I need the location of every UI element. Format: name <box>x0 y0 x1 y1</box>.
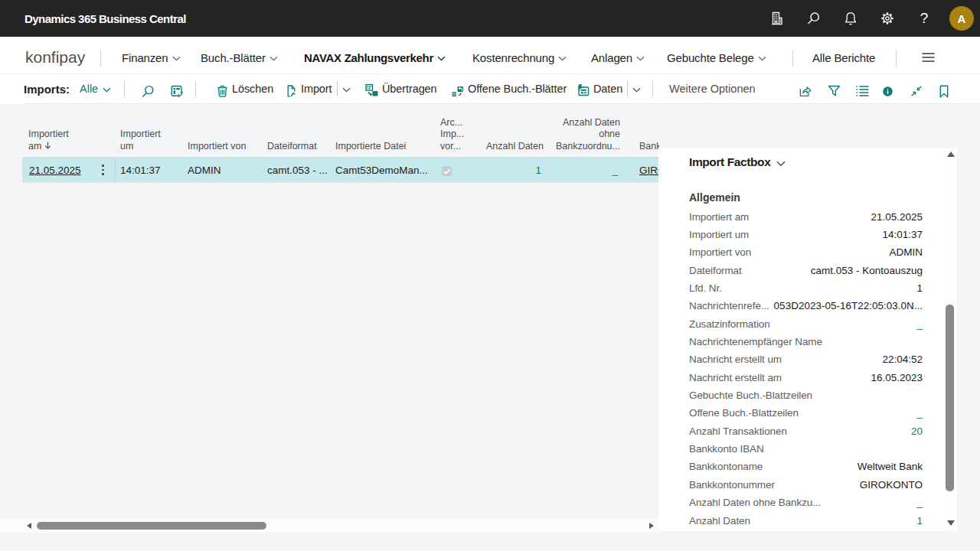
nav-item-gebuchte-belege[interactable]: Gebuchte Belege <box>667 43 766 72</box>
info-icon <box>883 86 893 96</box>
chevron-down-icon[interactable] <box>342 87 351 93</box>
menu-button[interactable] <box>922 43 935 72</box>
search-button[interactable] <box>795 0 832 37</box>
chevron-down-icon <box>172 56 181 61</box>
nav-item-kostenrechnung[interactable]: Kostenrechnung <box>472 43 567 72</box>
nav-divider <box>100 51 101 67</box>
open-journals-icon <box>451 84 465 98</box>
import-button[interactable]: Import <box>285 74 354 103</box>
horizontal-scrollbar-thumb[interactable] <box>37 522 266 530</box>
column-header-bankkonto[interactable]: Bankkonto <box>639 141 659 153</box>
cell-anzahl-daten-ohne[interactable]: _ <box>612 158 618 182</box>
open-journals-button[interactable]: Offene Buch.-Blätter <box>451 74 567 103</box>
column-header-anzahl-daten-ohne[interactable]: Anzahl Daten ohne Bankzuordnu... <box>556 117 620 153</box>
filter-icon <box>828 85 841 97</box>
bankkonto-link[interactable]: GIROKONTO <box>639 165 660 176</box>
factbox-field: Anzahl Transaktionen 20 <box>689 422 923 440</box>
scroll-up-arrow[interactable] <box>947 152 955 157</box>
cell-anzahl-daten[interactable]: 1 <box>535 158 541 182</box>
transfer-icon <box>365 84 379 98</box>
column-header-line-2: am <box>28 141 69 153</box>
analyze-button[interactable] <box>170 74 184 103</box>
delete-icon <box>216 84 229 97</box>
column-header-anzahl-daten[interactable]: Anzahl Daten <box>486 141 544 153</box>
action-bar: Imports: Alle <box>0 74 980 104</box>
cell-importiert-am: 21.05.2025 <box>29 158 81 182</box>
chevron-down-icon <box>270 56 278 61</box>
factbox-field: Bankkontoname Weltweit Bank <box>689 458 923 475</box>
button-splitter <box>627 81 628 96</box>
data-button[interactable]: Daten <box>577 74 644 103</box>
more-options-button[interactable]: Weitere Optionen <box>669 74 756 103</box>
nav-divider <box>896 51 897 67</box>
settings-button[interactable] <box>869 0 906 37</box>
factbox-section-allgemein[interactable]: Allgemein <box>689 191 740 204</box>
factbox-field: Importiert um 14:01:37 <box>689 226 923 243</box>
search-list-button[interactable] <box>142 74 155 103</box>
nav-item-finanzen[interactable]: Finanzen <box>122 43 181 72</box>
factbox-field: Offene Buch.-Blattzeilen _ <box>689 404 923 422</box>
column-header-importiert-von[interactable]: Importiert von <box>188 141 246 153</box>
row-menu[interactable] <box>102 158 104 182</box>
factbox-title-dropdown[interactable]: Import Factbox <box>689 155 786 169</box>
toolbar-divider <box>195 81 196 97</box>
cell-dateiformat: camt.053 - ... <box>267 158 328 182</box>
column-header-archiv[interactable]: Arc... Imp... vor... <box>440 117 464 153</box>
avatar: A <box>949 6 974 31</box>
list-view-button[interactable] <box>856 74 869 103</box>
check-icon <box>443 168 451 174</box>
column-header-importiert-um[interactable]: Importiert um <box>120 129 161 152</box>
filter-button[interactable] <box>828 74 841 103</box>
scroll-down-arrow[interactable] <box>947 520 955 526</box>
factbox-field: Anzahl Daten ohne Bankzu... _ <box>689 494 923 511</box>
filter-alle-dropdown[interactable]: Alle <box>80 74 111 103</box>
factbox-field: Dateiformat camt.053 - Kontoauszug <box>689 262 923 279</box>
delete-button[interactable]: Löschen <box>216 74 273 103</box>
cell-importiert-um: 14:01:37 <box>120 158 161 182</box>
help-button[interactable]: ? <box>906 0 942 37</box>
column-header-line: am <box>28 141 41 152</box>
notifications-button[interactable] <box>832 0 869 37</box>
nav-item-navax-zahlungsverkehr[interactable]: NAVAX Zahlungsverkehr <box>304 43 446 72</box>
bookmark-button[interactable] <box>939 74 949 103</box>
app-title: Dynamics 365 Business Central <box>24 0 186 37</box>
nav-item-alle-berichte[interactable]: Alle Berichte <box>812 43 875 72</box>
bankkonto-clip: GIROKONTO <box>639 165 660 176</box>
chevron-down-icon <box>636 56 645 61</box>
column-header-dateiformat[interactable]: Dateiformat <box>267 141 317 153</box>
factbox-fields: Importiert am 21.05.2025 Importiert um 1… <box>689 208 923 530</box>
account-button[interactable]: A <box>949 6 974 31</box>
column-header-importiert-am[interactable]: Importiert am <box>28 129 69 152</box>
freeze-pane-divider <box>115 158 116 182</box>
bookmark-icon <box>939 85 949 98</box>
chevron-down-icon[interactable] <box>632 87 641 93</box>
nav-item-anlagen[interactable]: Anlagen <box>591 43 645 72</box>
factbox-field: Zusatzinformation _ <box>689 315 923 333</box>
transfer-button[interactable]: Übertragen <box>365 74 437 103</box>
column-header-importierte-datei[interactable]: Importierte Datei <box>335 141 406 153</box>
environments-button[interactable] <box>759 0 795 37</box>
analyze-icon <box>170 84 184 98</box>
info-button[interactable] <box>883 74 893 103</box>
scroll-right-arrow[interactable] <box>649 523 654 529</box>
nav-item-buch-blaetter[interactable]: Buch.-Blätter <box>201 43 278 72</box>
checkbox-checked-disabled[interactable] <box>442 166 452 176</box>
anzahl-transaktionen-link[interactable]: 20 <box>911 425 923 437</box>
cell-importiert-von: ADMIN <box>188 158 221 182</box>
list-icon <box>856 85 869 97</box>
list-caption: Imports: <box>24 74 70 103</box>
factbox-field: Nachricht erstellt um 22:04:52 <box>689 350 923 368</box>
settings-icon <box>880 11 895 26</box>
nav-bar: konfipay Finanzen Buch.-Blätter NAVAX Za… <box>0 37 980 74</box>
anzahl-daten-link[interactable]: 1 <box>916 515 923 527</box>
vertical-scrollbar-thumb[interactable] <box>946 305 954 491</box>
collapse-button[interactable] <box>910 74 923 103</box>
importiert-am-link[interactable]: 21.05.2025 <box>29 165 81 176</box>
brand-logo[interactable]: konfipay <box>25 43 85 72</box>
scroll-left-arrow[interactable] <box>27 523 31 529</box>
share-button[interactable] <box>799 74 812 103</box>
help-icon: ? <box>920 10 929 27</box>
share-icon <box>799 84 812 98</box>
factbox-field: Bankkontonummer GIROKONTO <box>689 476 923 494</box>
table-row[interactable]: 21.05.2025 14:01:37 ADMIN camt.053 - ...… <box>22 158 659 182</box>
